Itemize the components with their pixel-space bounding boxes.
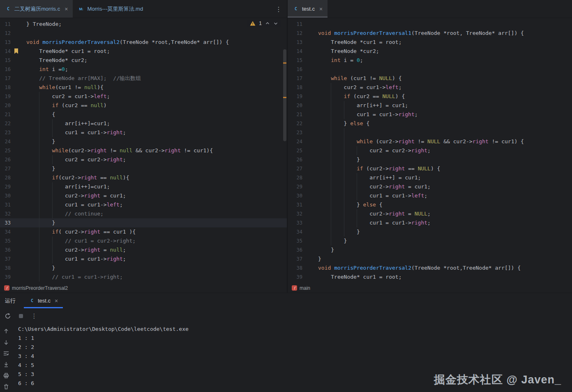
clear-console-icon[interactable]	[3, 383, 9, 390]
tab-morris-md[interactable]: M↓ Morris---莫里斯算法.md	[73, 0, 148, 18]
gutter[interactable]: 33	[288, 218, 318, 227]
code-line[interactable]: 12void morrisPreorderTraversal1(TreeNode…	[288, 29, 572, 38]
gutter[interactable]: 23	[288, 128, 318, 137]
code-line[interactable]: 34}	[288, 227, 572, 236]
gutter[interactable]: 19	[288, 92, 318, 101]
gutter[interactable]: 25	[288, 146, 318, 155]
code-line[interactable]: 16int i =0;	[0, 65, 287, 74]
gutter[interactable]: 40	[0, 282, 26, 283]
gutter[interactable]: 14	[0, 47, 26, 56]
gutter[interactable]: 12	[288, 29, 318, 38]
gutter[interactable]: 20	[288, 101, 318, 110]
line-number[interactable]: 12	[288, 29, 302, 38]
line-number[interactable]: 16	[288, 65, 302, 74]
gutter[interactable]: 34	[0, 227, 26, 236]
gutter[interactable]: 31	[0, 200, 26, 209]
breadcrumb-left[interactable]: f morrisPreorderTraversal2	[0, 283, 288, 293]
line-number[interactable]: 19	[288, 92, 302, 101]
gutter[interactable]: 38	[0, 264, 26, 273]
scrollbar[interactable]	[283, 18, 287, 283]
line-number[interactable]: 23	[0, 128, 11, 137]
line-number[interactable]: 27	[0, 164, 11, 173]
gutter[interactable]: 16	[288, 65, 318, 74]
gutter[interactable]: 26	[288, 155, 318, 164]
line-number[interactable]: 28	[288, 173, 302, 182]
gutter[interactable]: 38	[288, 264, 318, 273]
code-line[interactable]: 11} TreeNode;	[0, 20, 287, 29]
code-line[interactable]: 38void morrisPreorderTraversal2(TreeNode…	[288, 264, 572, 273]
line-number[interactable]: 11	[288, 20, 302, 29]
line-number[interactable]: 11	[0, 20, 11, 29]
gutter[interactable]: 35	[0, 236, 26, 245]
chevron-down-icon[interactable]	[273, 21, 278, 26]
code-line[interactable]: 30cur2->right = cur1;	[0, 191, 287, 200]
code-line[interactable]: 36}	[288, 245, 572, 254]
gutter[interactable]: 29	[0, 182, 26, 191]
gutter[interactable]: 18	[288, 83, 318, 92]
rerun-button[interactable]	[4, 312, 12, 320]
code-line[interactable]: 16	[288, 65, 572, 74]
up-stack-icon[interactable]	[3, 328, 9, 335]
warning-stripe-mark[interactable]	[283, 62, 286, 64]
run-tab-test-c[interactable]: C test.c ×	[24, 293, 63, 308]
gutter[interactable]: 30	[288, 191, 318, 200]
code-line[interactable]: 24while (cur2->right != NULL && cur2->ri…	[288, 137, 572, 146]
line-number[interactable]: 15	[0, 56, 11, 65]
gutter[interactable]: 23	[0, 128, 26, 137]
code-line[interactable]: 23	[288, 128, 572, 137]
code-line[interactable]: 27}	[0, 164, 287, 173]
line-number[interactable]: 34	[0, 227, 11, 236]
code-line[interactable]: 21{	[0, 110, 287, 119]
line-number[interactable]: 23	[288, 128, 302, 137]
line-number[interactable]: 33	[0, 218, 11, 227]
breadcrumb[interactable]: main	[300, 285, 310, 291]
gutter[interactable]: 35	[288, 236, 318, 245]
line-number[interactable]: 24	[0, 137, 11, 146]
gutter[interactable]: 32	[0, 209, 26, 218]
code-line[interactable]: 13void morrisPreorderTraversal2(TreeNode…	[0, 38, 287, 47]
code-line[interactable]: 35// cur1 = cur2->right;	[0, 236, 287, 245]
line-number[interactable]: 36	[288, 245, 302, 254]
line-number[interactable]: 18	[0, 83, 11, 92]
code-line[interactable]: 33}	[0, 218, 287, 227]
line-number[interactable]: 28	[0, 173, 11, 182]
code-line[interactable]: 33cur1 = cur1->right;	[288, 218, 572, 227]
editor-left[interactable]: 11} TreeNode;1213void morrisPreorderTrav…	[0, 18, 288, 283]
line-number[interactable]: 38	[288, 264, 302, 273]
code-line[interactable]: 26}	[288, 155, 572, 164]
code-line[interactable]: 32cur2->right = NULL;	[288, 209, 572, 218]
line-number[interactable]: 15	[288, 56, 302, 65]
code-line[interactable]: 22} else {	[288, 119, 572, 128]
code-line[interactable]: 15TreeNode* cur2;	[0, 56, 287, 65]
line-number[interactable]: 31	[0, 200, 11, 209]
down-stack-icon[interactable]	[3, 339, 9, 346]
gutter[interactable]: 31	[288, 200, 318, 209]
bookmark-icon[interactable]	[14, 48, 18, 54]
code-line[interactable]: 37cur1 = cur1->right;	[0, 254, 287, 264]
code-line[interactable]: 30cur1 = cur1->left;	[288, 191, 572, 200]
line-number[interactable]: 37	[288, 254, 302, 264]
line-number[interactable]: 40	[0, 282, 11, 283]
gutter[interactable]: 27	[0, 164, 26, 173]
editor-right[interactable]: 1112void morrisPreorderTraversal1(TreeNo…	[288, 18, 572, 283]
code-line[interactable]: 29cur2->right = cur1;	[288, 182, 572, 191]
code-line[interactable]: 28if(cur2->right == null){	[0, 173, 287, 182]
line-number[interactable]: 30	[0, 191, 11, 200]
gutter[interactable]: 15	[288, 56, 318, 65]
print-icon[interactable]	[3, 372, 9, 379]
code-line[interactable]: 14TreeNode *cur2;	[288, 47, 572, 56]
more-options-icon[interactable]: ⋮	[30, 312, 38, 320]
line-number[interactable]: 26	[288, 155, 302, 164]
code-line[interactable]: 31} else {	[288, 200, 572, 209]
line-number[interactable]: 18	[288, 83, 302, 92]
gutter[interactable]: 36	[288, 245, 318, 254]
gutter[interactable]: 40	[288, 282, 318, 283]
line-number[interactable]: 27	[288, 164, 302, 173]
gutter[interactable]: 32	[288, 209, 318, 218]
code-line[interactable]: 12	[0, 29, 287, 38]
gutter[interactable]: 39	[0, 273, 26, 282]
gutter[interactable]: 34	[288, 227, 318, 236]
line-number[interactable]: 32	[288, 209, 302, 218]
gutter[interactable]: 21	[0, 110, 26, 119]
code-line[interactable]: 15int i = 0;	[288, 56, 572, 65]
